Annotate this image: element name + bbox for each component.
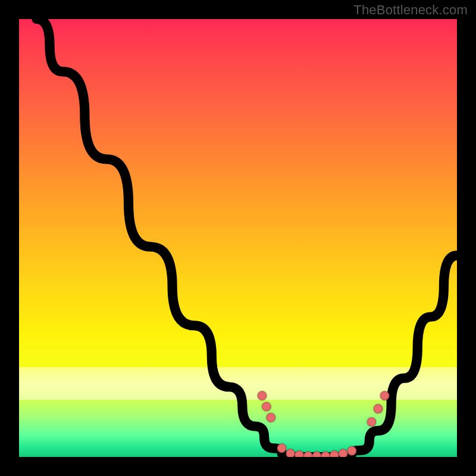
curve-marker: [258, 391, 267, 400]
curve-marker: [312, 452, 321, 457]
curve-marker: [277, 444, 286, 453]
curve-marker: [321, 452, 330, 457]
curve-svg: [19, 19, 457, 457]
curve-marker: [286, 449, 295, 457]
curve-marker: [330, 450, 339, 457]
curve-marker: [262, 402, 271, 411]
curve-marker: [266, 413, 275, 422]
curve-marker: [380, 391, 389, 400]
bottleneck-curve-path: [36, 19, 457, 457]
curve-marker: [303, 452, 312, 457]
curve-marker: [339, 449, 347, 457]
curve-marker: [347, 446, 356, 455]
watermark-text: TheBottleneck.com: [353, 2, 468, 18]
curve-marker: [374, 404, 383, 413]
curve-marker: [295, 450, 303, 457]
curve-marker: [367, 417, 376, 426]
chart-area: [19, 19, 457, 457]
